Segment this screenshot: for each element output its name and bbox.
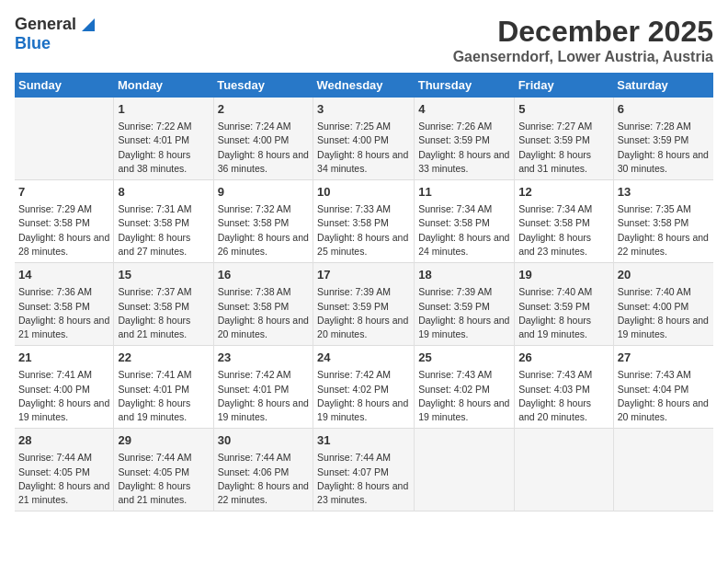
calendar-header-row: SundayMondayTuesdayWednesdayThursdayFrid… (15, 73, 713, 98)
cell-info: Sunrise: 7:43 AMSunset: 4:02 PMDaylight:… (418, 368, 510, 424)
weekday-header: Sunday (15, 73, 114, 98)
calendar-cell: 12Sunrise: 7:34 AMSunset: 3:58 PMDayligh… (515, 180, 614, 263)
calendar-cell: 5Sunrise: 7:27 AMSunset: 3:59 PMDaylight… (515, 98, 614, 180)
cell-info: Sunrise: 7:22 AMSunset: 4:01 PMDaylight:… (118, 120, 209, 176)
cell-info: Sunrise: 7:36 AMSunset: 3:58 PMDaylight:… (18, 285, 109, 341)
day-number: 18 (418, 267, 510, 283)
cell-info: Sunrise: 7:43 AMSunset: 4:04 PMDaylight:… (618, 368, 710, 424)
cell-info: Sunrise: 7:35 AMSunset: 3:58 PMDaylight:… (618, 202, 710, 259)
calendar-cell: 6Sunrise: 7:28 AMSunset: 3:59 PMDaylight… (613, 98, 713, 180)
cell-info: Sunrise: 7:27 AMSunset: 3:59 PMDaylight:… (518, 120, 609, 176)
cell-info: Sunrise: 7:43 AMSunset: 4:03 PMDaylight:… (518, 368, 609, 424)
svg-marker-0 (82, 18, 95, 31)
cell-info: Sunrise: 7:29 AMSunset: 3:58 PMDaylight:… (18, 202, 109, 259)
calendar-cell: 13Sunrise: 7:35 AMSunset: 3:58 PMDayligh… (613, 180, 713, 263)
day-number: 14 (18, 267, 109, 283)
calendar-cell: 20Sunrise: 7:40 AMSunset: 4:00 PMDayligh… (613, 263, 713, 346)
cell-info: Sunrise: 7:40 AMSunset: 3:59 PMDaylight:… (518, 285, 609, 341)
calendar-cell: 19Sunrise: 7:40 AMSunset: 3:59 PMDayligh… (515, 263, 614, 346)
logo: General Blue (15, 15, 95, 53)
cell-info: Sunrise: 7:25 AMSunset: 4:00 PMDaylight:… (317, 120, 410, 176)
day-number: 25 (418, 350, 510, 366)
title-block: December 2025 Gaenserndorf, Lower Austri… (453, 15, 713, 65)
cell-info: Sunrise: 7:28 AMSunset: 3:59 PMDaylight:… (618, 120, 710, 176)
calendar-cell: 3Sunrise: 7:25 AMSunset: 4:00 PMDaylight… (313, 98, 415, 180)
weekday-header: Saturday (613, 73, 713, 98)
weekday-header: Wednesday (313, 73, 415, 98)
calendar-cell: 26Sunrise: 7:43 AMSunset: 4:03 PMDayligh… (515, 346, 614, 429)
day-number: 10 (317, 184, 410, 201)
cell-info: Sunrise: 7:41 AMSunset: 4:01 PMDaylight:… (118, 368, 209, 424)
calendar-week-row: 7Sunrise: 7:29 AMSunset: 3:58 PMDaylight… (15, 180, 713, 263)
page-header: General Blue December 2025 Gaenserndorf,… (15, 15, 713, 65)
day-number: 2 (218, 101, 309, 118)
calendar-cell: 22Sunrise: 7:41 AMSunset: 4:01 PMDayligh… (114, 346, 213, 429)
day-number: 22 (118, 350, 209, 366)
day-number: 9 (218, 184, 309, 201)
day-number: 28 (18, 432, 109, 449)
day-number: 3 (317, 101, 410, 118)
day-number: 30 (218, 432, 309, 449)
calendar-cell: 16Sunrise: 7:38 AMSunset: 3:58 PMDayligh… (213, 263, 313, 346)
cell-info: Sunrise: 7:33 AMSunset: 3:58 PMDaylight:… (317, 202, 410, 259)
cell-info: Sunrise: 7:24 AMSunset: 4:00 PMDaylight:… (218, 120, 309, 176)
calendar-week-row: 14Sunrise: 7:36 AMSunset: 3:58 PMDayligh… (15, 263, 713, 346)
location-text: Gaenserndorf, Lower Austria, Austria (453, 49, 713, 65)
day-number: 17 (317, 267, 410, 283)
cell-info: Sunrise: 7:34 AMSunset: 3:58 PMDaylight:… (518, 202, 609, 259)
day-number: 31 (317, 432, 410, 449)
day-number: 21 (18, 350, 109, 366)
day-number: 23 (218, 350, 309, 366)
day-number: 15 (118, 267, 209, 283)
calendar-cell: 4Sunrise: 7:26 AMSunset: 3:59 PMDaylight… (415, 98, 515, 180)
calendar-cell: 17Sunrise: 7:39 AMSunset: 3:59 PMDayligh… (313, 263, 415, 346)
cell-info: Sunrise: 7:44 AMSunset: 4:05 PMDaylight:… (118, 451, 209, 507)
cell-info: Sunrise: 7:44 AMSunset: 4:06 PMDaylight:… (218, 451, 309, 507)
logo-blue-text: Blue (15, 34, 51, 53)
day-number: 4 (418, 101, 510, 118)
day-number: 20 (618, 267, 710, 283)
calendar-cell: 14Sunrise: 7:36 AMSunset: 3:58 PMDayligh… (15, 263, 114, 346)
weekday-header: Thursday (415, 73, 515, 98)
day-number: 16 (218, 267, 309, 283)
calendar-cell: 7Sunrise: 7:29 AMSunset: 3:58 PMDaylight… (15, 180, 114, 263)
cell-info: Sunrise: 7:37 AMSunset: 3:58 PMDaylight:… (118, 285, 209, 341)
cell-info: Sunrise: 7:40 AMSunset: 4:00 PMDaylight:… (618, 285, 710, 341)
logo-icon (78, 15, 95, 31)
calendar-table: SundayMondayTuesdayWednesdayThursdayFrid… (15, 73, 713, 511)
cell-info: Sunrise: 7:42 AMSunset: 4:02 PMDaylight:… (317, 368, 410, 424)
calendar-cell: 1Sunrise: 7:22 AMSunset: 4:01 PMDaylight… (114, 98, 213, 180)
weekday-header: Tuesday (213, 73, 313, 98)
cell-info: Sunrise: 7:41 AMSunset: 4:00 PMDaylight:… (18, 368, 109, 424)
calendar-cell: 25Sunrise: 7:43 AMSunset: 4:02 PMDayligh… (415, 346, 515, 429)
calendar-week-row: 1Sunrise: 7:22 AMSunset: 4:01 PMDaylight… (15, 98, 713, 180)
calendar-cell (515, 429, 614, 511)
cell-info: Sunrise: 7:39 AMSunset: 3:59 PMDaylight:… (317, 285, 410, 341)
day-number: 24 (317, 350, 410, 366)
calendar-cell: 15Sunrise: 7:37 AMSunset: 3:58 PMDayligh… (114, 263, 213, 346)
month-title: December 2025 (453, 15, 713, 49)
day-number: 13 (618, 184, 710, 201)
day-number: 5 (518, 101, 609, 118)
calendar-cell: 21Sunrise: 7:41 AMSunset: 4:00 PMDayligh… (15, 346, 114, 429)
day-number: 12 (518, 184, 609, 201)
calendar-cell: 29Sunrise: 7:44 AMSunset: 4:05 PMDayligh… (114, 429, 213, 511)
calendar-cell: 27Sunrise: 7:43 AMSunset: 4:04 PMDayligh… (613, 346, 713, 429)
weekday-header: Friday (515, 73, 614, 98)
day-number: 29 (118, 432, 209, 449)
cell-info: Sunrise: 7:26 AMSunset: 3:59 PMDaylight:… (418, 120, 510, 176)
weekday-header: Monday (114, 73, 213, 98)
day-number: 6 (618, 101, 710, 118)
cell-info: Sunrise: 7:32 AMSunset: 3:58 PMDaylight:… (218, 202, 309, 259)
calendar-cell (15, 98, 114, 180)
cell-info: Sunrise: 7:44 AMSunset: 4:05 PMDaylight:… (18, 451, 109, 507)
cell-info: Sunrise: 7:42 AMSunset: 4:01 PMDaylight:… (218, 368, 309, 424)
day-number: 27 (618, 350, 710, 366)
calendar-cell: 10Sunrise: 7:33 AMSunset: 3:58 PMDayligh… (313, 180, 415, 263)
calendar-cell: 2Sunrise: 7:24 AMSunset: 4:00 PMDaylight… (213, 98, 313, 180)
cell-info: Sunrise: 7:39 AMSunset: 3:59 PMDaylight:… (418, 285, 510, 341)
cell-info: Sunrise: 7:44 AMSunset: 4:07 PMDaylight:… (317, 451, 410, 507)
calendar-cell: 30Sunrise: 7:44 AMSunset: 4:06 PMDayligh… (213, 429, 313, 511)
logo-general-text: General (15, 15, 76, 34)
calendar-cell: 23Sunrise: 7:42 AMSunset: 4:01 PMDayligh… (213, 346, 313, 429)
